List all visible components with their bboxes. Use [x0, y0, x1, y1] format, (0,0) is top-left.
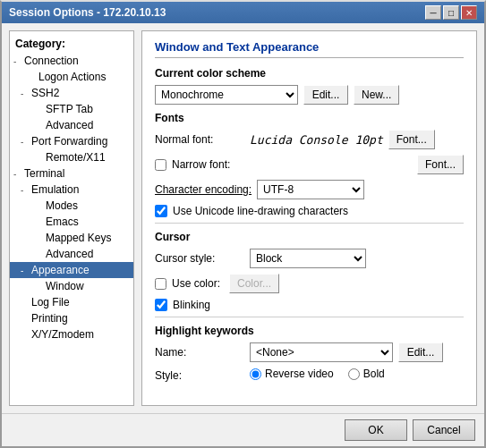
color-button[interactable]: Color...	[229, 274, 279, 293]
sidebar-item-modes[interactable]: Modes	[10, 198, 133, 214]
reverse-video-option[interactable]: Reverse video	[250, 368, 334, 380]
color-scheme-select[interactable]: Monochrome White / Black Traditional	[155, 85, 298, 105]
sidebar-item-label: SSH2	[31, 87, 59, 99]
sidebar-item-remote-x11[interactable]: Remote/X11	[10, 149, 133, 165]
sidebar-item-port-forwarding[interactable]: - Port Forwarding	[10, 133, 133, 149]
cursor-section-label: Cursor	[155, 231, 464, 243]
sidebar-item-emacs[interactable]: Emacs	[10, 214, 133, 230]
narrow-font-row: Narrow font: Font...	[155, 155, 464, 174]
title-bar-controls: ─ □ ✕	[425, 5, 477, 20]
expander-icon: -	[13, 169, 24, 179]
category-tree: Category: - Connection Logon Actions - S…	[9, 30, 134, 406]
window-title: Session Options - 172.20.10.13	[9, 6, 166, 19]
bold-option[interactable]: Bold	[348, 368, 385, 380]
sidebar-item-window[interactable]: Window	[10, 278, 133, 294]
sidebar-item-label: Remote/X11	[46, 151, 106, 164]
sidebar-item-xy-zmodem[interactable]: X/Y/Zmodem	[10, 326, 133, 342]
normal-font-value: Lucida Console 10pt	[250, 133, 383, 147]
sidebar-item-appearance[interactable]: - Appearance	[10, 262, 133, 278]
sidebar-item-label: SFTP Tab	[46, 103, 93, 115]
sidebar-item-emulation[interactable]: - Emulation	[10, 182, 133, 198]
normal-font-row: Normal font: Lucida Console 10pt Font...	[155, 130, 464, 149]
sidebar-item-label: Connection	[24, 55, 79, 67]
sidebar-item-label: Logon Actions	[38, 71, 106, 83]
divider2	[155, 317, 464, 317]
reverse-video-radio[interactable]	[250, 368, 261, 380]
sidebar-item-label: Log File	[31, 296, 70, 309]
style-radio-group: Reverse video Bold	[250, 368, 385, 380]
blinking-checkbox[interactable]	[155, 299, 167, 311]
panel-title: Window and Text Appearance	[155, 40, 464, 58]
expander-icon: -	[21, 266, 31, 275]
expander-icon: -	[21, 137, 31, 147]
narrow-font-label: Narrow font:	[172, 158, 261, 171]
sidebar-item-printing[interactable]: Printing	[10, 310, 133, 326]
bold-radio[interactable]	[348, 368, 360, 380]
sidebar-item-label: Advanced	[46, 248, 93, 260]
sidebar-item-ssh2[interactable]: - SSH2	[10, 85, 133, 101]
unicode-label: Use Unicode line-drawing characters	[173, 205, 348, 217]
color-scheme-row: Monochrome White / Black Traditional Edi…	[155, 85, 464, 105]
keyword-name-select[interactable]: <None>	[250, 342, 393, 362]
cursor-color-row: Use color: Color...	[155, 274, 464, 293]
expander-icon: -	[13, 56, 24, 66]
narrow-font-checkbox[interactable]	[155, 159, 166, 171]
encoding-select[interactable]: UTF-8	[257, 180, 364, 199]
ok-button[interactable]: OK	[345, 419, 407, 441]
cursor-style-select[interactable]: Block Underline Vertical bar	[250, 249, 366, 268]
sidebar-item-label: Window	[46, 280, 84, 292]
sidebar-item-label: Emacs	[46, 216, 79, 228]
expander-icon: -	[21, 185, 31, 195]
footer: OK Cancel	[2, 413, 484, 446]
keyword-name-row: Name: <None> Edit...	[155, 342, 464, 362]
session-options-window: Session Options - 172.20.10.13 ─ □ ✕ Cat…	[0, 0, 486, 448]
encoding-row: Character encoding: UTF-8	[155, 180, 464, 199]
keyword-style-row: Style: Reverse video Bold	[155, 368, 464, 384]
sidebar-item-label: Appearance	[31, 264, 90, 276]
sidebar-item-label: Mapped Keys	[46, 232, 111, 244]
sidebar-item-advanced-term[interactable]: Advanced	[10, 246, 133, 262]
sidebar-item-advanced-ssh[interactable]: Advanced	[10, 117, 133, 133]
sidebar-item-label: Modes	[46, 199, 78, 212]
encoding-label: Character encoding:	[155, 183, 252, 196]
expander-icon: -	[21, 89, 31, 98]
bold-label: Bold	[363, 368, 385, 380]
sidebar-item-label: Advanced	[46, 119, 93, 131]
highlight-section-label: Highlight keywords	[155, 325, 464, 337]
title-bar: Session Options - 172.20.10.13 ─ □ ✕	[2, 2, 484, 23]
sidebar-item-logon-actions[interactable]: Logon Actions	[10, 69, 133, 85]
sidebar-item-label: Emulation	[31, 183, 79, 196]
unicode-row: Use Unicode line-drawing characters	[155, 205, 464, 217]
close-button[interactable]: ✕	[461, 5, 477, 20]
sidebar-item-connection[interactable]: - Connection	[10, 53, 133, 69]
keyword-edit-button[interactable]: Edit...	[398, 342, 443, 362]
unicode-checkbox[interactable]	[155, 205, 167, 217]
sidebar-item-sftp-tab[interactable]: SFTP Tab	[10, 101, 133, 117]
color-scheme-section-label: Current color scheme	[155, 67, 464, 80]
narrow-font-button[interactable]: Font...	[417, 155, 464, 174]
divider	[155, 223, 464, 224]
blinking-row: Blinking	[155, 299, 464, 311]
use-color-checkbox[interactable]	[155, 278, 166, 290]
sidebar-item-terminal[interactable]: - Terminal	[10, 165, 133, 182]
blinking-label: Blinking	[173, 299, 210, 311]
keyword-style-label: Style:	[155, 369, 244, 382]
normal-font-button[interactable]: Font...	[388, 130, 435, 149]
edit-color-scheme-button[interactable]: Edit...	[303, 85, 348, 105]
use-color-label: Use color:	[172, 277, 220, 290]
main-settings-panel: Window and Text Appearance Current color…	[141, 30, 477, 406]
normal-font-label: Normal font:	[155, 133, 244, 146]
cursor-style-label: Cursor style:	[155, 252, 244, 265]
new-color-scheme-button[interactable]: New...	[354, 85, 399, 105]
sidebar-item-label: X/Y/Zmodem	[31, 328, 94, 341]
cursor-style-row: Cursor style: Block Underline Vertical b…	[155, 249, 464, 268]
reverse-video-label: Reverse video	[265, 368, 334, 380]
maximize-button[interactable]: □	[443, 5, 459, 20]
sidebar-item-log-file[interactable]: Log File	[10, 294, 133, 310]
category-label: Category:	[10, 35, 133, 53]
minimize-button[interactable]: ─	[425, 5, 441, 20]
main-content: Category: - Connection Logon Actions - S…	[2, 23, 484, 413]
keyword-name-label: Name:	[155, 346, 244, 359]
cancel-button[interactable]: Cancel	[413, 419, 475, 441]
sidebar-item-mapped-keys[interactable]: Mapped Keys	[10, 230, 133, 246]
